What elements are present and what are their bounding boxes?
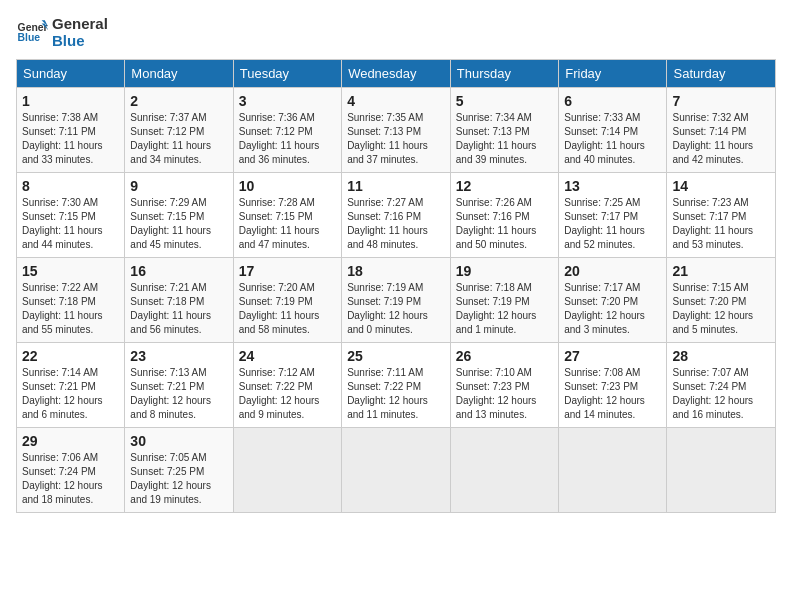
calendar-cell: 2Sunrise: 7:37 AM Sunset: 7:12 PM Daylig… — [125, 88, 233, 173]
calendar-cell: 10Sunrise: 7:28 AM Sunset: 7:15 PM Dayli… — [233, 173, 341, 258]
day-number: 10 — [239, 178, 336, 194]
logo-icon: General Blue — [16, 17, 48, 49]
day-detail: Sunrise: 7:17 AM Sunset: 7:20 PM Dayligh… — [564, 281, 661, 337]
calendar-cell: 28Sunrise: 7:07 AM Sunset: 7:24 PM Dayli… — [667, 343, 776, 428]
day-number: 30 — [130, 433, 227, 449]
calendar-cell: 22Sunrise: 7:14 AM Sunset: 7:21 PM Dayli… — [17, 343, 125, 428]
day-detail: Sunrise: 7:28 AM Sunset: 7:15 PM Dayligh… — [239, 196, 336, 252]
day-number: 5 — [456, 93, 553, 109]
day-detail: Sunrise: 7:20 AM Sunset: 7:19 PM Dayligh… — [239, 281, 336, 337]
calendar-cell: 12Sunrise: 7:26 AM Sunset: 7:16 PM Dayli… — [450, 173, 558, 258]
svg-text:Blue: Blue — [18, 32, 41, 43]
day-number: 9 — [130, 178, 227, 194]
calendar-cell — [559, 428, 667, 513]
day-detail: Sunrise: 7:12 AM Sunset: 7:22 PM Dayligh… — [239, 366, 336, 422]
calendar-cell: 25Sunrise: 7:11 AM Sunset: 7:22 PM Dayli… — [342, 343, 451, 428]
day-detail: Sunrise: 7:34 AM Sunset: 7:13 PM Dayligh… — [456, 111, 553, 167]
calendar-cell: 15Sunrise: 7:22 AM Sunset: 7:18 PM Dayli… — [17, 258, 125, 343]
calendar-cell: 13Sunrise: 7:25 AM Sunset: 7:17 PM Dayli… — [559, 173, 667, 258]
calendar-cell: 16Sunrise: 7:21 AM Sunset: 7:18 PM Dayli… — [125, 258, 233, 343]
logo-general: General — [52, 16, 108, 33]
day-detail: Sunrise: 7:33 AM Sunset: 7:14 PM Dayligh… — [564, 111, 661, 167]
day-detail: Sunrise: 7:32 AM Sunset: 7:14 PM Dayligh… — [672, 111, 770, 167]
logo-blue: Blue — [52, 33, 108, 50]
day-detail: Sunrise: 7:26 AM Sunset: 7:16 PM Dayligh… — [456, 196, 553, 252]
day-number: 14 — [672, 178, 770, 194]
day-detail: Sunrise: 7:10 AM Sunset: 7:23 PM Dayligh… — [456, 366, 553, 422]
day-number: 13 — [564, 178, 661, 194]
calendar-cell: 20Sunrise: 7:17 AM Sunset: 7:20 PM Dayli… — [559, 258, 667, 343]
logo: General Blue General Blue — [16, 16, 108, 49]
calendar-cell — [450, 428, 558, 513]
day-detail: Sunrise: 7:23 AM Sunset: 7:17 PM Dayligh… — [672, 196, 770, 252]
weekday-header-thursday: Thursday — [450, 60, 558, 88]
day-detail: Sunrise: 7:30 AM Sunset: 7:15 PM Dayligh… — [22, 196, 119, 252]
day-number: 23 — [130, 348, 227, 364]
calendar-cell: 4Sunrise: 7:35 AM Sunset: 7:13 PM Daylig… — [342, 88, 451, 173]
day-number: 6 — [564, 93, 661, 109]
day-detail: Sunrise: 7:07 AM Sunset: 7:24 PM Dayligh… — [672, 366, 770, 422]
calendar-cell: 9Sunrise: 7:29 AM Sunset: 7:15 PM Daylig… — [125, 173, 233, 258]
day-number: 12 — [456, 178, 553, 194]
page-header: General Blue General Blue — [16, 16, 776, 49]
day-detail: Sunrise: 7:05 AM Sunset: 7:25 PM Dayligh… — [130, 451, 227, 507]
calendar-cell: 7Sunrise: 7:32 AM Sunset: 7:14 PM Daylig… — [667, 88, 776, 173]
day-number: 19 — [456, 263, 553, 279]
day-detail: Sunrise: 7:13 AM Sunset: 7:21 PM Dayligh… — [130, 366, 227, 422]
calendar-cell: 30Sunrise: 7:05 AM Sunset: 7:25 PM Dayli… — [125, 428, 233, 513]
day-detail: Sunrise: 7:37 AM Sunset: 7:12 PM Dayligh… — [130, 111, 227, 167]
day-detail: Sunrise: 7:11 AM Sunset: 7:22 PM Dayligh… — [347, 366, 445, 422]
calendar-cell: 3Sunrise: 7:36 AM Sunset: 7:12 PM Daylig… — [233, 88, 341, 173]
weekday-header-friday: Friday — [559, 60, 667, 88]
day-number: 8 — [22, 178, 119, 194]
calendar-cell: 8Sunrise: 7:30 AM Sunset: 7:15 PM Daylig… — [17, 173, 125, 258]
calendar-cell: 14Sunrise: 7:23 AM Sunset: 7:17 PM Dayli… — [667, 173, 776, 258]
day-detail: Sunrise: 7:35 AM Sunset: 7:13 PM Dayligh… — [347, 111, 445, 167]
day-number: 18 — [347, 263, 445, 279]
calendar-cell: 18Sunrise: 7:19 AM Sunset: 7:19 PM Dayli… — [342, 258, 451, 343]
day-detail: Sunrise: 7:38 AM Sunset: 7:11 PM Dayligh… — [22, 111, 119, 167]
day-number: 7 — [672, 93, 770, 109]
weekday-header-sunday: Sunday — [17, 60, 125, 88]
calendar-cell: 23Sunrise: 7:13 AM Sunset: 7:21 PM Dayli… — [125, 343, 233, 428]
day-number: 24 — [239, 348, 336, 364]
day-detail: Sunrise: 7:27 AM Sunset: 7:16 PM Dayligh… — [347, 196, 445, 252]
day-number: 28 — [672, 348, 770, 364]
day-number: 29 — [22, 433, 119, 449]
day-number: 11 — [347, 178, 445, 194]
calendar-cell: 26Sunrise: 7:10 AM Sunset: 7:23 PM Dayli… — [450, 343, 558, 428]
day-number: 2 — [130, 93, 227, 109]
day-number: 26 — [456, 348, 553, 364]
day-number: 4 — [347, 93, 445, 109]
day-detail: Sunrise: 7:29 AM Sunset: 7:15 PM Dayligh… — [130, 196, 227, 252]
calendar-cell — [233, 428, 341, 513]
day-detail: Sunrise: 7:06 AM Sunset: 7:24 PM Dayligh… — [22, 451, 119, 507]
weekday-header-tuesday: Tuesday — [233, 60, 341, 88]
day-detail: Sunrise: 7:21 AM Sunset: 7:18 PM Dayligh… — [130, 281, 227, 337]
day-detail: Sunrise: 7:15 AM Sunset: 7:20 PM Dayligh… — [672, 281, 770, 337]
calendar-cell — [342, 428, 451, 513]
calendar-cell: 1Sunrise: 7:38 AM Sunset: 7:11 PM Daylig… — [17, 88, 125, 173]
calendar-cell: 19Sunrise: 7:18 AM Sunset: 7:19 PM Dayli… — [450, 258, 558, 343]
day-detail: Sunrise: 7:18 AM Sunset: 7:19 PM Dayligh… — [456, 281, 553, 337]
day-detail: Sunrise: 7:22 AM Sunset: 7:18 PM Dayligh… — [22, 281, 119, 337]
day-number: 16 — [130, 263, 227, 279]
weekday-header-wednesday: Wednesday — [342, 60, 451, 88]
day-number: 15 — [22, 263, 119, 279]
calendar-cell: 21Sunrise: 7:15 AM Sunset: 7:20 PM Dayli… — [667, 258, 776, 343]
weekday-header-monday: Monday — [125, 60, 233, 88]
day-detail: Sunrise: 7:14 AM Sunset: 7:21 PM Dayligh… — [22, 366, 119, 422]
day-detail: Sunrise: 7:36 AM Sunset: 7:12 PM Dayligh… — [239, 111, 336, 167]
day-detail: Sunrise: 7:08 AM Sunset: 7:23 PM Dayligh… — [564, 366, 661, 422]
calendar-cell: 6Sunrise: 7:33 AM Sunset: 7:14 PM Daylig… — [559, 88, 667, 173]
calendar-cell: 17Sunrise: 7:20 AM Sunset: 7:19 PM Dayli… — [233, 258, 341, 343]
calendar-cell: 5Sunrise: 7:34 AM Sunset: 7:13 PM Daylig… — [450, 88, 558, 173]
calendar-cell: 11Sunrise: 7:27 AM Sunset: 7:16 PM Dayli… — [342, 173, 451, 258]
day-number: 1 — [22, 93, 119, 109]
day-detail: Sunrise: 7:25 AM Sunset: 7:17 PM Dayligh… — [564, 196, 661, 252]
day-detail: Sunrise: 7:19 AM Sunset: 7:19 PM Dayligh… — [347, 281, 445, 337]
day-number: 25 — [347, 348, 445, 364]
day-number: 17 — [239, 263, 336, 279]
day-number: 21 — [672, 263, 770, 279]
day-number: 22 — [22, 348, 119, 364]
